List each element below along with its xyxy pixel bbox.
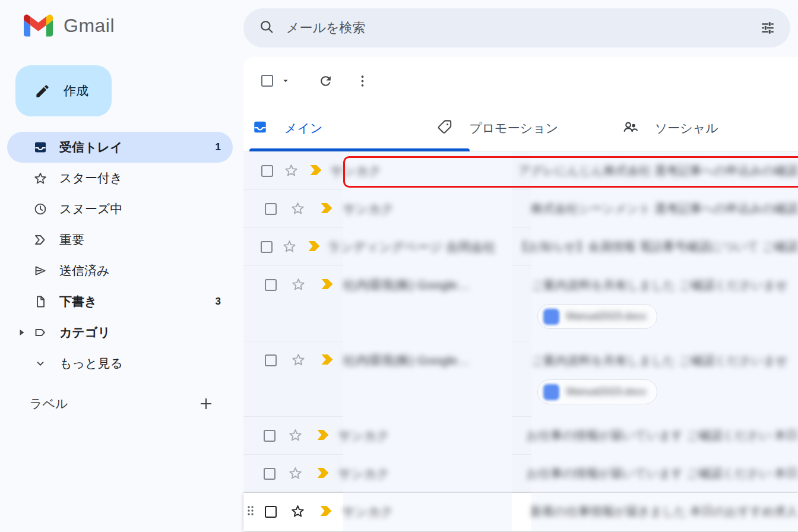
sidebar-item-categories[interactable]: カテゴリ <box>7 317 233 348</box>
row-checkbox[interactable] <box>264 430 276 442</box>
doc-icon <box>543 309 559 325</box>
more-vert-icon[interactable] <box>349 68 375 94</box>
sidebar-item-label: スヌーズ中 <box>59 201 122 217</box>
list-toolbar <box>243 57 798 104</box>
row-checkbox[interactable] <box>265 506 277 518</box>
search-bar[interactable] <box>243 8 790 48</box>
star-icon[interactable] <box>291 277 306 294</box>
email-list: サンカク アグレにんじん株式会社 選考記事への申込みの確認 <box>243 152 798 531</box>
importance-marker-icon[interactable] <box>316 429 331 444</box>
refresh-icon[interactable] <box>312 68 338 94</box>
sidebar-item-more[interactable]: もっと見る <box>7 348 233 379</box>
sidebar-item-inbox[interactable]: 受信トレイ 1 <box>7 132 233 163</box>
pencil-icon <box>34 83 50 99</box>
inbox-tab-icon <box>252 119 268 137</box>
sidebar-item-sent[interactable]: 送信済み <box>7 255 233 286</box>
sidebar-item-starred[interactable]: スター付き <box>7 163 233 194</box>
email-row[interactable]: サンカク 新着の仕事情報が届きました 本日のおすすめ求人 <box>243 493 798 531</box>
importance-marker-icon[interactable] <box>321 353 335 368</box>
sidebar-item-important[interactable]: 重要 <box>7 224 233 255</box>
inbox-icon <box>33 140 48 154</box>
importance-marker-icon[interactable] <box>321 278 335 293</box>
sender-text: サンカク <box>342 504 511 520</box>
attachment-chip[interactable]: Manual2023.docx <box>537 304 657 329</box>
row-checkbox[interactable] <box>261 165 273 177</box>
compose-button[interactable]: 作成 <box>15 65 112 116</box>
star-icon[interactable] <box>290 201 305 218</box>
email-row[interactable]: サンカク お仕事の情報が届いています ご確認ください 本日 <box>243 417 798 455</box>
doc-icon <box>543 384 559 400</box>
chevron-down-icon <box>33 356 48 370</box>
email-row[interactable]: 社内環境(株) Google… ご案内資料を共有しました ご確認くださいませ M… <box>243 266 798 341</box>
sidebar-item-label: 重要 <box>59 232 84 248</box>
star-icon[interactable] <box>282 239 297 256</box>
sidebar: 作成 受信トレイ 1 スター付き スヌーズ中 重要 送信済み 下書き 3 カテゴ… <box>0 57 243 532</box>
star-icon[interactable] <box>290 504 305 521</box>
sender-text: サンカク <box>343 201 511 217</box>
row-checkbox[interactable] <box>264 468 276 480</box>
row-checkbox[interactable] <box>265 354 277 366</box>
tab-social[interactable]: ソーシャル <box>613 104 798 151</box>
importance-marker-icon[interactable] <box>316 467 331 482</box>
compose-label: 作成 <box>64 83 88 99</box>
drag-handle[interactable] <box>243 341 258 379</box>
email-row[interactable]: 社内環境(株) Google… ご案内資料を共有しました ご確認くださいませ M… <box>243 341 798 417</box>
sidebar-item-label: スター付き <box>59 170 122 186</box>
draft-icon <box>33 294 48 309</box>
sender-text: サンカク <box>330 163 499 179</box>
star-icon[interactable] <box>288 466 303 483</box>
email-row[interactable]: サンカク お仕事の情報が届いています ご確認ください 本日 <box>243 455 798 493</box>
tab-primary[interactable]: メイン <box>243 104 428 151</box>
expand-triangle-icon[interactable] <box>19 329 26 336</box>
search-icon[interactable] <box>259 19 274 37</box>
importance-marker-icon[interactable] <box>309 164 324 179</box>
gmail-m-icon <box>24 14 53 37</box>
drag-handle[interactable] <box>243 228 255 266</box>
subject-text: ご案内資料を共有しました ご確認くださいませ <box>531 353 798 369</box>
label-icon <box>33 325 48 340</box>
importance-marker-icon[interactable] <box>308 240 322 255</box>
drag-handle[interactable] <box>243 417 257 455</box>
tune-icon[interactable] <box>755 15 781 41</box>
sidebar-nav: 受信トレイ 1 スター付き スヌーズ中 重要 送信済み 下書き 3 カテゴリ も… <box>0 132 243 379</box>
sidebar-item-drafts[interactable]: 下書き 3 <box>7 286 233 317</box>
attachment-name: Manual2023.docx <box>566 311 646 322</box>
email-row[interactable]: サンカク アグレにんじん株式会社 選考記事への申込みの確認 <box>243 152 798 190</box>
drag-handle[interactable] <box>243 266 258 304</box>
star-icon[interactable] <box>291 352 306 369</box>
search-input[interactable] <box>286 20 755 36</box>
importance-marker-icon[interactable] <box>320 202 335 217</box>
subject-text: 【お知らせ】会員情報 電話番号確認について ご確認 <box>516 239 798 255</box>
gmail-logo: Gmail <box>24 14 115 37</box>
plus-icon[interactable] <box>196 394 216 414</box>
star-icon[interactable] <box>284 163 299 180</box>
email-row[interactable]: サンカク 株式会社シーンメント 選考記事への申込みの確認 <box>243 190 798 228</box>
drag-handle[interactable] <box>243 493 258 531</box>
drag-handle[interactable] <box>243 455 257 493</box>
sidebar-item-snoozed[interactable]: スヌーズ中 <box>7 194 233 224</box>
subject-text: お仕事の情報が届いています ご確認ください 本日 <box>527 466 798 482</box>
email-row[interactable]: ランディングページ 合同会社… 【お知らせ】会員情報 電話番号確認について ご確… <box>243 228 798 266</box>
star-icon <box>33 171 48 185</box>
importance-marker-icon[interactable] <box>319 505 334 520</box>
importance-icon <box>33 233 48 247</box>
star-icon[interactable] <box>288 428 303 445</box>
caret-down-icon[interactable] <box>280 75 291 86</box>
inbox-tabs: メイン プロモーション ソーシャル <box>243 104 798 152</box>
subject-text: お仕事の情報が届いています ご確認ください 本日 <box>527 428 798 444</box>
sidebar-item-label: 送信済み <box>59 262 110 279</box>
row-checkbox[interactable] <box>265 279 277 291</box>
row-checkbox[interactable] <box>265 203 277 215</box>
row-checkbox[interactable] <box>261 241 273 253</box>
labels-title: ラベル <box>30 395 68 412</box>
sidebar-item-label: 下書き <box>59 293 97 310</box>
attachment-chip[interactable]: Manual2023.docx <box>537 379 657 404</box>
tag-icon <box>437 119 452 137</box>
tab-promotions[interactable]: プロモーション <box>428 104 613 151</box>
sidebar-item-label: 受信トレイ <box>59 139 122 156</box>
drag-handle[interactable] <box>243 190 258 228</box>
select-all-checkbox[interactable] <box>261 75 273 87</box>
sender-text: サンカク <box>338 466 507 482</box>
subject-text: アグレにんじん株式会社 選考記事への申込みの確認 <box>518 163 798 179</box>
drag-handle[interactable] <box>243 152 256 190</box>
